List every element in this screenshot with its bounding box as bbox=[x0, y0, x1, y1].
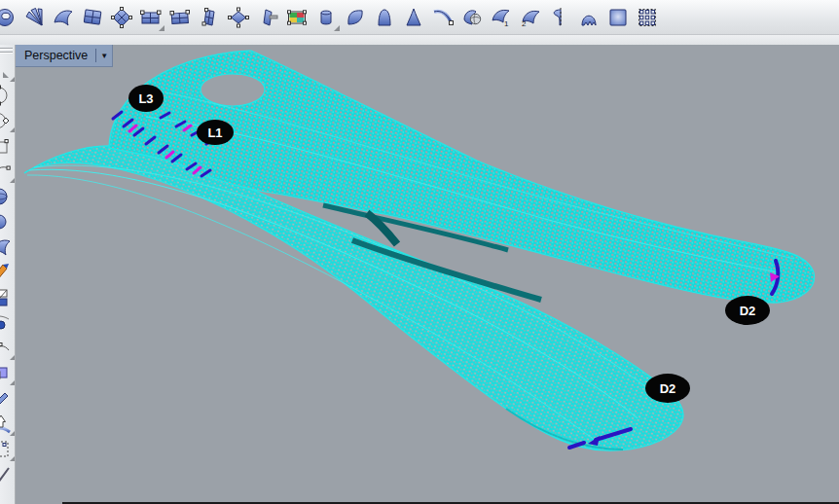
toolbar-extrude-curve-button[interactable] bbox=[343, 4, 368, 31]
sidebar-square-tool-button[interactable] bbox=[0, 361, 16, 386]
extrude-dome-icon bbox=[373, 6, 396, 29]
patch-tool-icon bbox=[0, 235, 13, 259]
sidebar-circle-tool-button[interactable] bbox=[0, 108, 16, 133]
dock-band bbox=[0, 35, 839, 45]
check-tool-icon bbox=[0, 463, 13, 486]
sidebar-grip-handle[interactable] bbox=[0, 48, 13, 54]
surface-upper-mesh[interactable] bbox=[109, 51, 815, 303]
plane-3pt-icon bbox=[168, 6, 192, 29]
toolbar-plane-points-button[interactable] bbox=[226, 4, 251, 31]
sidebar-grid-tool-button[interactable] bbox=[0, 437, 16, 462]
point-tool-icon bbox=[0, 311, 13, 335]
sidebar-patch-tool-button[interactable] bbox=[0, 234, 16, 260]
sidebar-rectangle-tool-button[interactable] bbox=[0, 133, 16, 159]
sweep-2-icon bbox=[519, 6, 542, 29]
sidebar-flyout-stub-button[interactable] bbox=[0, 57, 16, 83]
toolbar-extrude-straight-button[interactable] bbox=[313, 4, 339, 31]
toolbar-plane-vertical-button[interactable] bbox=[197, 4, 222, 31]
viewport-dropdown-icon[interactable]: ▼ bbox=[95, 49, 112, 62]
spray-icon bbox=[22, 6, 46, 29]
toolbar-curve-network-button[interactable] bbox=[109, 4, 134, 31]
surface-upper[interactable] bbox=[109, 51, 815, 303]
sidebar-pull-tool-button[interactable] bbox=[0, 412, 16, 437]
arc-small-tool-icon bbox=[0, 337, 13, 360]
toolbar-spray-button[interactable] bbox=[21, 4, 47, 31]
left-sidebar bbox=[0, 45, 16, 504]
toolbar-cutplane-button[interactable] bbox=[255, 4, 280, 31]
sidebar-ball-tool-button[interactable] bbox=[0, 209, 16, 234]
toolbar-torus-button[interactable] bbox=[0, 4, 18, 31]
grid-tool-icon bbox=[0, 438, 13, 461]
sidebar-arc-small-tool-button[interactable] bbox=[0, 336, 16, 361]
sidebar-pencil-tool-button[interactable] bbox=[0, 386, 16, 412]
toolbar-corner-surface-button[interactable] bbox=[80, 4, 105, 31]
circle-tool-icon bbox=[0, 109, 13, 132]
extrude-straight-icon bbox=[314, 6, 338, 29]
label-L3[interactable]: L3 bbox=[128, 85, 164, 112]
fin-tool-icon bbox=[0, 261, 13, 284]
layers-tool-icon bbox=[0, 286, 13, 309]
sidebar-buttons bbox=[0, 57, 15, 487]
viewport-title-tab[interactable]: Perspective ▼ bbox=[16, 45, 113, 67]
cutplane-icon bbox=[256, 6, 279, 29]
sweep-1-icon bbox=[490, 6, 513, 29]
label-L1[interactable]: L1 bbox=[197, 120, 234, 145]
drape-ball-icon bbox=[460, 6, 484, 29]
sidebar-arc-tool-button[interactable] bbox=[0, 159, 16, 184]
revolve-icon bbox=[548, 6, 571, 29]
top-toolbar bbox=[0, 0, 839, 35]
sidebar-layers-tool-button[interactable] bbox=[0, 285, 16, 310]
sidebar-sphere-tool-button[interactable] bbox=[0, 184, 16, 209]
svg-text:D2: D2 bbox=[740, 304, 756, 318]
torus-icon bbox=[0, 6, 17, 29]
scene-canvas[interactable]: L3 L1 D2 D2 bbox=[16, 45, 839, 504]
sidebar-fin-tool-button[interactable] bbox=[0, 260, 16, 285]
toolbar-plane-3pt-button[interactable] bbox=[167, 4, 193, 31]
curve-network-icon bbox=[110, 6, 133, 29]
plane-corner-icon bbox=[139, 6, 163, 29]
toolbar-drape-button[interactable] bbox=[576, 4, 602, 31]
sphere-tool-icon bbox=[0, 185, 13, 208]
pencil-tool-icon bbox=[0, 387, 13, 411]
toolbar-drape-ball-button[interactable] bbox=[459, 4, 485, 31]
sidebar-point-tool-button[interactable] bbox=[0, 310, 16, 336]
ellipse-tool-icon bbox=[0, 84, 13, 107]
ball-tool-icon bbox=[0, 210, 13, 234]
toolbar-heightfield-image-button[interactable] bbox=[284, 4, 310, 31]
heightfield-image-icon bbox=[285, 6, 309, 29]
square-tool-icon bbox=[0, 362, 13, 385]
smooth-patch-icon bbox=[606, 6, 630, 29]
cone-loft-icon bbox=[402, 6, 425, 29]
corner-surface-icon bbox=[81, 6, 104, 29]
rectangle-tool-icon bbox=[0, 134, 13, 158]
toolbar-sweep-2-button[interactable] bbox=[518, 4, 543, 31]
plane-vertical-icon bbox=[198, 6, 221, 29]
svg-text:L3: L3 bbox=[138, 91, 153, 106]
toolbar-cone-loft-button[interactable] bbox=[401, 4, 426, 31]
svg-text:D2: D2 bbox=[660, 381, 676, 396]
toolbar-extend-surface-button[interactable] bbox=[430, 4, 456, 31]
sidebar-ellipse-tool-button[interactable] bbox=[0, 83, 16, 108]
toolbar-smooth-patch-button[interactable] bbox=[605, 4, 631, 31]
toolbar-point-grid-button[interactable] bbox=[635, 4, 660, 31]
viewport-title[interactable]: Perspective bbox=[16, 49, 95, 62]
extrude-curve-icon bbox=[344, 6, 367, 29]
toolbar-edge-surface-button[interactable] bbox=[51, 4, 76, 31]
label-D2-upper[interactable]: D2 bbox=[725, 296, 770, 325]
toolbar-sweep-1-button[interactable] bbox=[489, 4, 514, 31]
pull-tool-icon bbox=[0, 413, 13, 436]
perspective-viewport[interactable]: Perspective ▼ bbox=[16, 45, 839, 504]
drape-icon bbox=[577, 6, 601, 29]
flyout-stub-icon bbox=[0, 58, 13, 82]
point-grid-icon bbox=[636, 6, 659, 29]
sidebar-check-tool-button[interactable] bbox=[0, 462, 16, 487]
toolbar-plane-corner-button[interactable] bbox=[138, 4, 164, 31]
plane-points-icon bbox=[227, 6, 250, 29]
svg-text:L1: L1 bbox=[207, 126, 222, 140]
label-D2-lower[interactable]: D2 bbox=[645, 374, 690, 403]
rhino-app-window: { "viewport": { "title": "Perspective", … bbox=[0, 0, 839, 504]
arc-tool-icon bbox=[0, 160, 13, 183]
toolbar-revolve-button[interactable] bbox=[547, 4, 572, 31]
extend-surface-icon bbox=[431, 6, 455, 29]
toolbar-extrude-dome-button[interactable] bbox=[372, 4, 397, 31]
